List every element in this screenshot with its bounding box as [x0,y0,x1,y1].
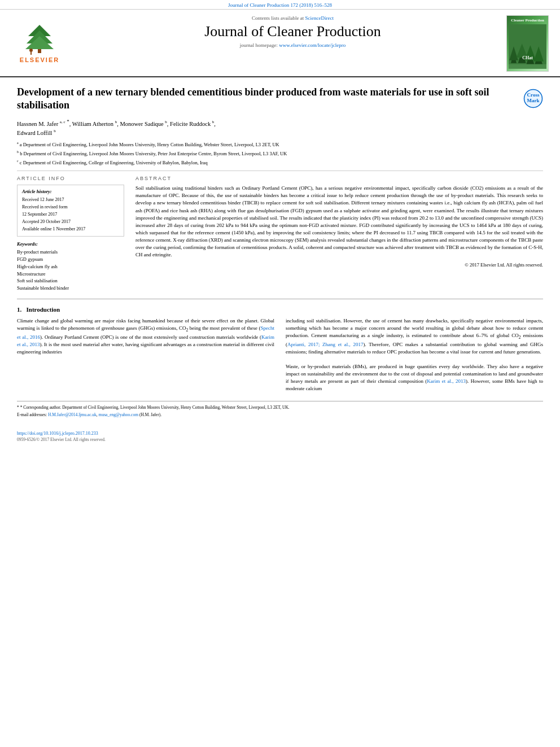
specht-ref[interactable]: Specht et al., 2016 [17,325,274,340]
affil-c: c c Department of Civil Engineering, Col… [17,159,543,167]
intro-right-paragraph-2: Waste, or by-product materials (BMs), ar… [286,363,543,392]
authors-line: Hassnen M. Jafer a, c *, William Atherto… [17,118,543,138]
issn-line: 0959-6526/© 2017 Elsevier Ltd. All right… [17,437,543,442]
intro-left-col: Climate change and global warming are ma… [17,317,274,392]
affil-a: a a Department of Civil Engineering, Liv… [17,141,543,148]
affiliations-section: a a Department of Civil Engineering, Liv… [17,141,543,166]
article-history-box: Article history: Received 12 June 2017 R… [17,185,124,237]
svg-point-4 [29,49,33,52]
email-link-2[interactable]: musa_eng@yahoo.com [99,412,138,417]
affil-b: b b Department of Civil Engineering, Liv… [17,150,543,158]
footnotes-area: * * Corresponding author. Department of … [17,401,543,418]
journal-title: Journal of Cleaner Production [85,23,501,40]
zhang-ref[interactable]: Zhang et al., 2017 [322,342,363,347]
email-link-1[interactable]: H.M.Jafer@2014.ljmu.ac.uk [48,412,97,417]
corresponding-author-note: * * Corresponding author. Department of … [17,404,543,410]
keywords-section: Keywords: By-product materials FGD gypsu… [17,241,124,292]
header-center: Contents lists available at ScienceDirec… [79,15,506,72]
cover-chat-label: CHat [522,55,533,60]
aprianti-ref[interactable]: Aprianti, 2017; [287,342,320,347]
introduction-section: 1. Introduction Climate change and globa… [17,306,543,418]
divider-after-affiliations [17,171,543,171]
copyright-line: © 2017 Elsevier Ltd. All rights reserved… [135,262,543,268]
article-title: Development of a new ternary blended cem… [17,86,543,112]
elsevier-tree-icon [20,24,59,55]
intro-right-col: including soil stabilisation. However, t… [286,317,543,392]
journal-cover-image: Cleaner Production CHat [506,15,549,72]
cover-title-text: Cleaner Production [511,18,544,23]
keywords-list: By-product materials FGD gypsum High-cal… [17,248,124,292]
contents-text: Contents lists available at ScienceDirec… [85,15,501,21]
journal-ref-text: Journal of Cleaner Production 172 (2018)… [228,2,332,8]
intro-left-paragraph: Climate change and global warming are ma… [17,317,274,356]
karim-ref-2[interactable]: Karim et al., 2013 [427,378,466,384]
homepage-line: journal homepage: www.elsevier.com/locat… [85,42,501,48]
journal-reference-bar: Journal of Cleaner Production 172 (2018)… [0,0,560,10]
crossmark-badge: Cross Mark [523,89,543,110]
keywords-label: Keywords: [17,241,124,247]
doi-link[interactable]: https://doi.org/10.1016/j.jclepro.2017.1… [17,431,543,436]
svg-text:Mark: Mark [527,98,540,103]
article-info-header: ARTICLE INFO [17,176,124,181]
abstract-header: ABSTRACT [135,176,543,181]
intro-num: 1. [17,306,21,313]
bottom-bar: https://doi.org/10.1016/j.jclepro.2017.1… [0,431,560,448]
intro-title-text: Introduction [27,306,60,313]
intro-right-paragraph-1: including soil stabilisation. However, t… [286,317,543,356]
elsevier-logo: ELSEVIER [11,15,68,72]
sciencedirect-link[interactable]: ScienceDirect [305,15,334,21]
email-note: E-mail addresses: H.M.Jafer@2014.ljmu.ac… [17,412,543,418]
article-dates: Received 12 June 2017 Received in revise… [22,196,119,233]
article-info-abstract-section: ARTICLE INFO Article history: Received 1… [17,176,543,291]
journal-header: ELSEVIER Contents lists available at Sci… [0,10,560,77]
crossmark-icon: Cross Mark [523,89,543,108]
main-content: Cross Mark Development of a new ternary … [0,77,560,427]
homepage-url[interactable]: www.elsevier.com/locate/jclepro [279,42,345,48]
article-info-column: ARTICLE INFO Article history: Received 1… [17,176,124,291]
svg-text:Cross: Cross [527,92,540,98]
abstract-text: Soil stabilisation using traditional bin… [135,185,543,258]
elsevier-wordmark: ELSEVIER [20,56,59,63]
svg-rect-15 [509,64,546,69]
karim-ref-1[interactable]: Karim et al., 2013 [17,334,274,347]
abstract-column: ABSTRACT Soil stabilisation using tradit… [135,176,543,291]
article-history-label: Article history: [22,189,119,194]
cover-forest-image: CHat [509,24,546,69]
intro-text-columns: Climate change and global warming are ma… [17,317,543,392]
section-divider [17,299,543,299]
intro-title: 1. Introduction [17,306,543,313]
